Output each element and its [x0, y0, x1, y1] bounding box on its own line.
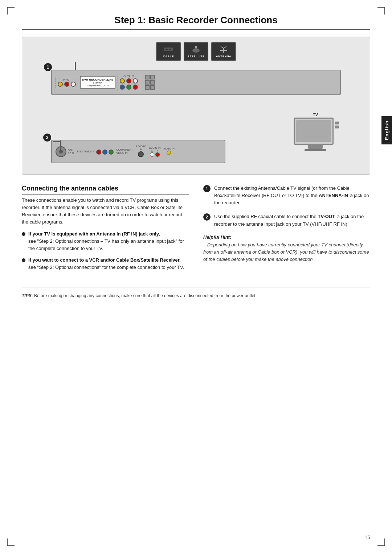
rf-cable-horizontal — [53, 141, 61, 142]
helpful-hint-text: – Depending on how you have currently co… — [203, 241, 370, 263]
tips-footer: TIPS: Before making or changing any conn… — [22, 287, 370, 299]
numbered-step-2: 2 Use the supplied RF coaxial cable to c… — [203, 213, 370, 228]
component-label: COMPONENTVIDEO IN — [117, 148, 133, 155]
tv-device: TV — [294, 112, 337, 152]
tv-base — [305, 149, 326, 151]
antenna-label: ANTENNA — [216, 55, 232, 58]
tv-buttons — [335, 122, 339, 128]
port-blue-1 — [120, 85, 125, 90]
section-title: Connecting the antenna cables — [22, 185, 189, 194]
page-container: English Step 1: Basic Recorder Connectio… — [0, 0, 392, 553]
ant-label: ANT 75 Ω — [68, 148, 74, 155]
corner-mark-tl — [7, 7, 15, 15]
recorder-ports-left: INPUT DVR RECORDER 22FB LISTED Complies … — [56, 74, 336, 91]
tv-label: TV — [294, 112, 337, 117]
svg-rect-0 — [164, 48, 173, 51]
audio-l-port — [150, 152, 154, 157]
pb-label: Pb/Cb — [84, 150, 91, 153]
video-in-port — [167, 151, 171, 155]
bullet-text-2: see "Step 2: Optional connections" for t… — [28, 264, 189, 271]
video-in-area: VIDEO IN — [163, 147, 175, 156]
input-label: INPUT — [58, 78, 76, 81]
audio-in-label: AUDIO IN — [149, 147, 160, 149]
channel-squares — [145, 75, 155, 90]
bullet-title-2: If you want to connect to a VCR and/or C… — [28, 257, 189, 263]
recorder-device-bottom: ANT 75 Ω Pr/Cr Pb/Cb Y COMPONENTVIDEO IN… — [51, 140, 225, 163]
intro-paragraph: These connections enable you to watch an… — [22, 197, 189, 226]
component-ports: Pr/Cr Pb/Cb Y COMPONENTVIDEO IN — [77, 148, 133, 155]
port-red-2 — [126, 78, 131, 83]
left-column: Connecting the antenna cables These conn… — [22, 185, 189, 276]
svideo-label: S-VIDEOIN — [136, 145, 146, 151]
step-text-2: Use the supplied RF coaxial cable to con… — [214, 213, 370, 228]
port-green-1 — [126, 85, 131, 90]
tips-text: Before making or changing any connection… — [34, 293, 257, 298]
input-ports: INPUT — [56, 77, 78, 88]
bullet-dot-1 — [22, 232, 25, 236]
port-yellow-2 — [120, 78, 125, 83]
video-in-label: VIDEO IN — [163, 147, 175, 150]
input-icons-row: CABLE SATELLITE ANTENNA — [156, 37, 236, 63]
bullet-item-1: If your TV is equipped with an Antenna I… — [22, 231, 189, 252]
content-section: Connecting the antenna cables These conn… — [22, 185, 370, 276]
y-label: Y — [93, 150, 95, 153]
port-red-3 — [133, 85, 138, 90]
bullet-item-2: If you want to connect to a VCR and/or C… — [22, 257, 189, 271]
bullet-title-1: If your TV is equipped with an Antenna I… — [28, 231, 189, 237]
language-tab: English — [381, 116, 392, 144]
bullet-text-1: see "Step 2: Optional connections – TV h… — [28, 238, 189, 252]
svg-line-9 — [224, 46, 226, 48]
tv-screen — [294, 118, 334, 145]
port-red-1 — [64, 82, 69, 87]
port-white-1 — [71, 82, 76, 87]
listed-certification: DVR RECORDER 22FB LISTED Complies with 2… — [80, 76, 115, 89]
step-badge-2: 2 — [43, 134, 51, 142]
satellite-label: SATELLITE — [187, 55, 204, 58]
output-label: OUTPUT — [120, 75, 138, 78]
audio-in-area: AUDIO IN L R — [149, 147, 160, 157]
comp-port-red — [96, 149, 101, 155]
output-ports: OUTPUT — [118, 74, 140, 91]
port-yellow-1 — [58, 82, 63, 87]
cable-label: CABLE — [163, 55, 174, 58]
cable-icon-box: CABLE — [156, 42, 181, 61]
rf-connector-area: ANT 75 Ω — [56, 146, 74, 157]
svg-point-5 — [195, 46, 197, 48]
corner-mark-br — [377, 538, 385, 546]
step-num-2: 2 — [203, 213, 211, 221]
svideo-area: S-VIDEOIN — [136, 145, 146, 158]
audio-r-port — [155, 152, 160, 157]
corner-mark-tr — [377, 7, 385, 15]
pr-label: Pr/Cr — [77, 150, 83, 153]
tv-stand — [308, 145, 323, 149]
tips-label: TIPS: — [22, 293, 33, 298]
svg-rect-1 — [166, 49, 168, 50]
antenna-icon-box: ANTENNA — [211, 42, 236, 61]
helpful-hint-title: Helpful Hint: — [203, 234, 370, 240]
step-num-1: 1 — [203, 185, 211, 192]
numbered-step-1: 1 Connect the existing Antenna/Cable TV … — [203, 185, 370, 206]
right-column: 1 Connect the existing Antenna/Cable TV … — [203, 185, 370, 276]
port-white-2 — [133, 78, 138, 83]
step-badge-1: 1 — [44, 63, 52, 71]
diagram-area: CABLE SATELLITE ANTENNA — [22, 37, 370, 175]
step-text-1: Connect the existing Antenna/Cable TV si… — [214, 185, 370, 206]
page-title: Step 1: Basic Recorder Connections — [22, 15, 370, 30]
comp-port-green — [109, 149, 114, 155]
recorder-device-top: INPUT DVR RECORDER 22FB LISTED Complies … — [51, 70, 341, 95]
svg-rect-2 — [169, 49, 171, 50]
bullet-dot-2 — [22, 258, 25, 262]
comp-port-blue — [102, 149, 107, 155]
tv-screen-inner — [296, 120, 331, 142]
page-number: 15 — [364, 534, 370, 540]
svg-line-8 — [221, 46, 224, 48]
svideo-port — [138, 151, 144, 157]
corner-mark-bl — [7, 538, 15, 546]
helpful-hint: Helpful Hint: – Depending on how you hav… — [203, 234, 370, 263]
satellite-icon-box: SATELLITE — [184, 42, 208, 61]
